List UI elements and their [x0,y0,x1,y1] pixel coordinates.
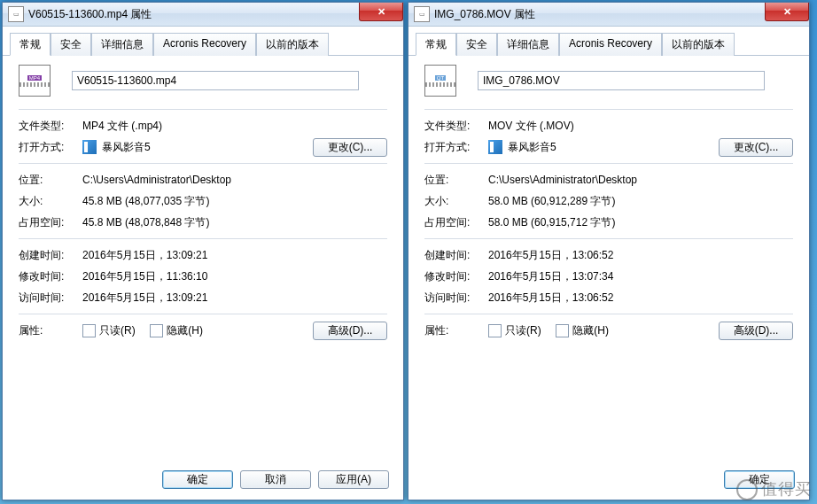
close-icon: ✕ [783,6,791,18]
tab-general[interactable]: 常规 [10,33,51,56]
label-modified: 修改时间: [424,269,488,284]
value-filetype: MP4 文件 (.mp4) [82,119,387,134]
ok-button[interactable]: 确定 [162,470,233,489]
label-size: 大小: [424,194,488,209]
tab-details[interactable]: 详细信息 [91,33,153,56]
cancel-button[interactable]: 取消 [240,470,311,489]
button-bar: 确定 [724,470,795,489]
readonly-label: 只读(R) [99,324,136,337]
label-accessed: 访问时间: [424,291,488,306]
tab-acronis[interactable]: Acronis Recovery [559,33,662,56]
hidden-label: 隐藏(H) [572,324,609,337]
value-accessed: 2016年5月15日，13:09:21 [82,291,387,306]
value-openwith: 暴风影音5 [82,140,313,155]
app-icon [488,140,502,154]
ok-button[interactable]: 确定 [724,470,795,489]
close-button[interactable]: ✕ [359,3,403,21]
label-attributes: 属性: [424,323,488,338]
label-filetype: 文件类型: [19,119,82,134]
filename-input[interactable]: V60515-113600.mp4 [72,71,359,90]
label-location: 位置: [424,173,488,188]
value-size: 45.8 MB (48,077,035 字节) [82,194,387,209]
label-ondisk: 占用空间: [424,215,488,230]
label-location: 位置: [19,173,82,188]
filetype-icon: QT [424,65,456,97]
readonly-checkbox[interactable] [82,324,96,337]
change-button[interactable]: 更改(C)... [719,138,793,157]
value-filetype: MOV 文件 (.MOV) [488,119,793,134]
label-openwith: 打开方式: [19,140,82,155]
apply-button[interactable]: 应用(A) [318,470,389,489]
label-attributes: 属性: [19,323,82,338]
tabstrip: 常规 安全 详细信息 Acronis Recovery 以前的版本 [3,27,403,56]
tab-security[interactable]: 安全 [51,33,91,56]
properties-dialog-left: ▭ V60515-113600.mp4 属性 ✕ 常规 安全 详细信息 Acro… [2,2,404,500]
close-button[interactable]: ✕ [765,3,809,21]
value-created: 2016年5月15日，13:06:52 [488,248,793,263]
filename-input[interactable]: IMG_0786.MOV [478,71,765,90]
value-openwith: 暴风影音5 [488,140,719,155]
value-ondisk: 45.8 MB (48,078,848 字节) [82,215,387,230]
value-location: C:\Users\Administrator\Desktop [488,174,793,186]
value-accessed: 2016年5月15日，13:06:52 [488,291,793,306]
filetype-icon: MP4 [19,65,51,97]
value-created: 2016年5月15日，13:09:21 [82,248,387,263]
label-modified: 修改时间: [19,269,82,284]
tab-security[interactable]: 安全 [456,33,497,56]
tab-acronis[interactable]: Acronis Recovery [153,33,256,56]
readonly-label: 只读(R) [505,324,541,337]
titlebar[interactable]: ▭ IMG_0786.MOV 属性 ✕ [408,3,809,27]
hidden-checkbox[interactable] [150,324,163,337]
hidden-checkbox[interactable] [556,324,569,337]
window-title: IMG_0786.MOV 属性 [434,7,535,22]
hidden-label: 隐藏(H) [167,324,203,337]
file-icon: ▭ [8,6,24,22]
value-location: C:\Users\Administrator\Desktop [82,174,387,186]
label-openwith: 打开方式: [424,140,488,155]
tabstrip: 常规 安全 详细信息 Acronis Recovery 以前的版本 [408,27,809,56]
label-ondisk: 占用空间: [19,215,82,230]
properties-dialog-right: ▭ IMG_0786.MOV 属性 ✕ 常规 安全 详细信息 Acronis R… [408,2,810,500]
value-modified: 2016年5月15日，11:36:10 [82,269,387,284]
tab-previous[interactable]: 以前的版本 [662,33,735,56]
advanced-button[interactable]: 高级(D)... [313,322,387,340]
general-panel: QT IMG_0786.MOV 文件类型:MOV 文件 (.MOV) 打开方式:… [408,56,809,481]
value-size: 58.0 MB (60,912,289 字节) [488,194,793,209]
readonly-checkbox[interactable] [488,324,502,337]
tab-previous[interactable]: 以前的版本 [256,33,329,56]
app-icon [82,140,97,154]
label-created: 创建时间: [19,248,82,263]
label-accessed: 访问时间: [19,291,82,306]
value-ondisk: 58.0 MB (60,915,712 字节) [488,215,793,230]
titlebar[interactable]: ▭ V60515-113600.mp4 属性 ✕ [3,3,403,27]
tab-details[interactable]: 详细信息 [497,33,559,56]
close-icon: ✕ [377,6,385,18]
value-modified: 2016年5月15日，13:07:34 [488,269,793,284]
change-button[interactable]: 更改(C)... [313,138,387,157]
button-bar: 确定 取消 应用(A) [162,470,389,489]
label-created: 创建时间: [424,248,488,263]
window-title: V60515-113600.mp4 属性 [28,7,152,22]
file-icon: ▭ [414,6,430,22]
label-filetype: 文件类型: [424,119,488,134]
label-size: 大小: [19,194,82,209]
general-panel: MP4 V60515-113600.mp4 文件类型:MP4 文件 (.mp4)… [3,56,403,481]
tab-general[interactable]: 常规 [416,33,456,56]
advanced-button[interactable]: 高级(D)... [719,322,793,340]
